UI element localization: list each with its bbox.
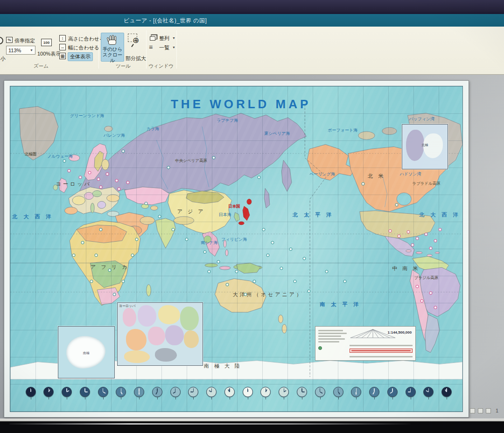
timezone-clock-icon [369, 387, 379, 397]
document-area: THE WORLD MAP グリーンランド海バレンツ海カラ海ラプテフ海東シベリア… [0, 75, 504, 419]
bezel-reflection [9, 423, 411, 425]
group-label-zoom: ズーム [34, 63, 49, 70]
status-bar-icons: 1 [470, 408, 498, 413]
timezone-clock-icon [387, 387, 398, 397]
view-mode-button[interactable] [470, 408, 475, 413]
zoom-level-dropdown[interactable]: 113% ▼ [6, 46, 35, 55]
world-map[interactable]: THE WORLD MAP グリーンランド海バレンツ海カラ海ラプテフ海東シベリア… [10, 86, 463, 412]
group-separator [176, 30, 177, 69]
timezone-clock-icon [423, 387, 434, 397]
percent-icon: % [6, 37, 13, 43]
magnifier-handle-icon [131, 44, 134, 47]
list-caret-icon: ▼ [172, 46, 175, 49]
timezone-clock-icon [62, 387, 72, 397]
timezone-clock-icon [152, 387, 162, 397]
view-mode-button[interactable] [486, 408, 491, 413]
timezone-clock-icon [26, 387, 36, 397]
timezone-clock-icon [279, 387, 289, 397]
window-title: ビューア - [(会社名)_世界 の国] [124, 17, 207, 25]
arrange-label: 整列 [159, 35, 169, 42]
dropdown-caret-icon: ▼ [30, 49, 33, 52]
map-document[interactable]: THE WORLD MAP グリーンランド海バレンツ海カラ海ラプテフ海東シベリア… [4, 80, 469, 418]
arrange-caret-icon: ▼ [172, 36, 175, 40]
page-indicator: 1 [496, 408, 498, 413]
window-titlebar: ビューア - [(会社名)_世界 の国] [0, 14, 504, 27]
timezone-clock-icon [406, 387, 416, 397]
timezone-clock-icon [134, 387, 144, 397]
hand-scroll-label-line1: 手のひら [101, 46, 124, 52]
zoom-out-button[interactable]: 小 [0, 36, 6, 64]
timezone-clock-icon [188, 387, 198, 397]
zoom-100-label: 100%表示 [37, 51, 61, 56]
fit-all-label: 全体表示 [68, 52, 93, 61]
timezone-clock-icon [351, 387, 361, 397]
view-mode-button[interactable] [478, 408, 483, 413]
partial-zoom-button[interactable]: ⊕ 部分拡大 [125, 33, 147, 62]
timezone-clock-icon [315, 387, 325, 397]
timezone-clock-icon [260, 387, 271, 397]
timezone-clock-icon [116, 387, 126, 397]
list-lines-icon: ≡ [149, 43, 153, 51]
fit-height-icon: ↕ [59, 35, 66, 42]
zoom-100-icon: 100 [41, 39, 52, 46]
timezone-clock-icon [98, 387, 108, 397]
hand-scroll-button[interactable]: 手のひら スクロール [101, 33, 124, 62]
partial-zoom-label: 部分拡大 [126, 55, 146, 62]
timezone-clock-icon [206, 387, 217, 397]
timezone-clock-icon [43, 387, 54, 397]
timezone-clock-icon [170, 387, 181, 397]
monitor-photo: ビューア - [(会社名)_世界 の国] 小 % 倍率指定 113% ▼ 100… [0, 0, 504, 433]
timezone-clock-icon [441, 387, 452, 397]
europe-inset-title: ヨーロッパ [119, 304, 136, 308]
fit-all-icon: ⊞ [59, 53, 66, 59]
group-separator [98, 30, 99, 69]
timezone-clock-row [10, 86, 462, 412]
group-separator [146, 30, 147, 69]
hand-icon [107, 35, 118, 45]
group-label-tools: ツール [116, 63, 131, 70]
monitor-bezel [0, 421, 504, 433]
timezone-clock-icon [224, 387, 235, 397]
timezone-clock-icon [333, 387, 343, 397]
fit-width-label: 幅に合わせる [68, 44, 99, 51]
group-label-window: ウィンドウ [148, 63, 174, 70]
magnification-label: 倍率指定 [14, 37, 35, 44]
fit-width-icon: ↔ [59, 44, 66, 50]
toolbar-ribbon: 小 % 倍率指定 113% ▼ 100 100%表示 ↕ 高さに合わせる ↔ 幅… [0, 27, 504, 75]
timezone-clock-icon [80, 387, 90, 397]
zoom-out-icon [0, 37, 3, 44]
zoom-out-label: 小 [0, 56, 6, 63]
hand-scroll-label-line2: スクロール [101, 52, 124, 63]
timezone-clock-icon [297, 387, 307, 397]
zoom-level-value: 113% [8, 48, 21, 53]
cascade-windows-icon [150, 36, 155, 41]
fit-height-label: 高さに合わせる [68, 35, 105, 42]
list-label: 一覧 [159, 44, 169, 51]
photo-top-band [0, 0, 504, 14]
zoom-100-button[interactable]: 100%表示 [37, 49, 61, 57]
timezone-clock-icon [243, 387, 253, 397]
